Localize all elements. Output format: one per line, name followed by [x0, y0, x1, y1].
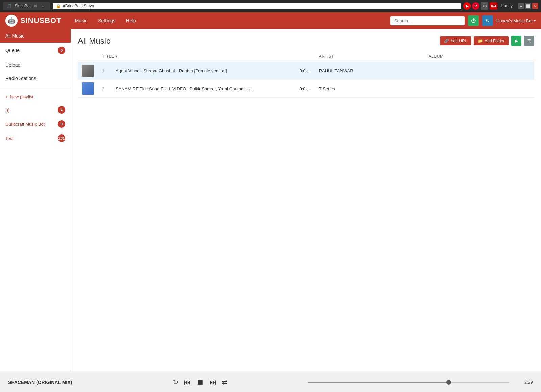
- sidebar-new-playlist[interactable]: + New playlist: [0, 91, 71, 103]
- track-artist-cell: RAHUL TANWAR: [315, 62, 425, 80]
- track-title: SANAM RE Title Song FULL VIDEO | Pulkit …: [116, 86, 254, 91]
- sidebar-item-radio-stations[interactable]: Radio Stations: [0, 72, 71, 85]
- tab-new-button[interactable]: +: [42, 3, 44, 9]
- content-header: All Music 🔗 Add URL 📁 Add Folder ▶ ☰: [78, 36, 534, 46]
- app-navbar: 🤖 SINUSBOT Music Settings Help ⏻ ↻ Honey…: [0, 12, 541, 29]
- track-album-cell: [425, 80, 534, 98]
- music-table: TITLE ▾ ARTIST ALBUM 1 Agent Vinod - Shr…: [78, 51, 534, 98]
- sidebar-upload-label: Upload: [5, 62, 20, 68]
- url-lock-icon: 🔒: [56, 4, 61, 8]
- sidebar-playlist-2[interactable]: Guildcraft Music Bot 0: [0, 117, 71, 131]
- progress-fill: [308, 382, 449, 383]
- add-url-button[interactable]: 🔗 Add URL: [440, 36, 471, 45]
- browser-user-label: Honey: [501, 4, 513, 8]
- col-duration-header: [295, 51, 314, 62]
- sidebar-all-music-label: All Music: [5, 33, 24, 39]
- track-number: 2: [102, 86, 112, 91]
- minimize-button[interactable]: –: [518, 3, 524, 9]
- col-thumb: [78, 51, 98, 62]
- playlist-2-badge: 0: [58, 120, 65, 128]
- player-track-title: SPACEMAN (ORIGINAL MIX): [8, 379, 93, 385]
- next-button[interactable]: ⏭: [209, 378, 217, 387]
- browser-chrome: 🎵 SinusBot ✕ + 🔒 #BringBackSteyn ▶ P TS …: [0, 0, 541, 12]
- sidebar-playlist-1[interactable]: :)) 4: [0, 103, 71, 117]
- shuffle-button[interactable]: ⇄: [222, 378, 227, 386]
- playlist-3-badge: 231: [58, 134, 65, 142]
- maximize-button[interactable]: ⬜: [525, 3, 531, 9]
- window-controls: – ⬜ ✕: [518, 3, 538, 9]
- nav-settings[interactable]: Settings: [93, 12, 121, 29]
- track-number: 1: [102, 68, 112, 73]
- browser-tab-favicon: 🎵: [7, 4, 12, 8]
- playlist-3-label: Test: [5, 136, 14, 141]
- close-button[interactable]: ✕: [532, 3, 538, 9]
- teamspeak-ext-icon[interactable]: TS: [481, 2, 488, 10]
- table-header-row: TITLE ▾ ARTIST ALBUM: [78, 51, 534, 62]
- track-duration-cell: 0:0-...: [295, 80, 314, 98]
- browser-tab-title: SinusBot: [15, 4, 31, 8]
- browser-url-bar[interactable]: 🔒 #BringBackSteyn: [53, 3, 461, 9]
- player-controls: ↻ ⏮ ⏹ ⏭ ⇄: [99, 378, 301, 387]
- progress-bar-wrap: [308, 382, 509, 383]
- folder-icon: 📁: [478, 39, 483, 43]
- track-album-cell: [425, 62, 534, 80]
- track-thumbnail: [82, 82, 94, 95]
- content-area: All Music 🔗 Add URL 📁 Add Folder ▶ ☰: [71, 29, 541, 372]
- time-display: 2:29: [516, 379, 533, 385]
- sidebar-item-all-music[interactable]: All Music: [0, 29, 71, 43]
- youtube-ext-icon[interactable]: ▶: [463, 2, 471, 10]
- sort-arrow-icon: ▾: [115, 54, 118, 59]
- pinterest-ext-icon[interactable]: P: [472, 2, 479, 10]
- add-folder-button[interactable]: 📁 Add Folder: [474, 36, 509, 45]
- browser-tab[interactable]: 🎵 SinusBot ✕ +: [3, 2, 50, 10]
- progress-bar[interactable]: [308, 382, 509, 383]
- sidebar-queue-label: Queue: [5, 48, 20, 53]
- chevron-down-icon: ▾: [534, 19, 536, 23]
- playlist-1-label: :)): [5, 107, 9, 113]
- table-row[interactable]: 1 Agent Vinod - Shreya Ghoshal - Raabta …: [78, 62, 534, 80]
- user-menu-dropdown[interactable]: Honey's Music Bot ▾: [496, 18, 536, 23]
- sidebar-playlist-3[interactable]: Test 231: [0, 131, 71, 145]
- col-album-header: ALBUM: [425, 51, 534, 62]
- track-title: Agent Vinod - Shreya Ghoshal - Raabta [F…: [116, 68, 227, 73]
- list-icon: ☰: [527, 39, 531, 43]
- play-all-button[interactable]: ▶: [511, 36, 521, 46]
- list-view-button[interactable]: ☰: [524, 36, 534, 46]
- user-menu-label: Honey's Music Bot: [496, 18, 533, 23]
- stop-button[interactable]: ⏹: [196, 378, 204, 387]
- title-sort-button[interactable]: TITLE ▾: [102, 54, 118, 59]
- search-input[interactable]: [390, 16, 465, 25]
- sidebar-item-upload[interactable]: Upload: [0, 58, 71, 72]
- tab-close-button[interactable]: ✕: [33, 3, 38, 9]
- power-button[interactable]: ⏻: [468, 15, 479, 26]
- link-icon: 🔗: [444, 39, 449, 43]
- playlist-1-badge: 4: [58, 106, 65, 114]
- player-bar: SPACEMAN (ORIGINAL MIX) ↻ ⏮ ⏹ ⏭ ⇄ 2:29: [0, 372, 541, 392]
- nav-links: Music Settings Help: [70, 12, 141, 29]
- sidebar-divider: [0, 88, 71, 88]
- add-folder-label: Add Folder: [485, 39, 504, 43]
- sidebar: All Music Queue 0 Upload Radio Stations …: [0, 29, 71, 372]
- title-col-label: TITLE: [102, 54, 114, 59]
- add-url-label: Add URL: [451, 39, 467, 43]
- track-thumb-cell: [78, 80, 98, 98]
- track-artist-cell: T-Series: [315, 80, 425, 98]
- table-row[interactable]: 2 SANAM RE Title Song FULL VIDEO | Pulki…: [78, 80, 534, 98]
- track-thumb-cell: [78, 62, 98, 80]
- prev-button[interactable]: ⏮: [184, 378, 191, 387]
- track-title-cell: 2 SANAM RE Title Song FULL VIDEO | Pulki…: [98, 80, 295, 98]
- ext4-icon[interactable]: 824: [490, 2, 497, 10]
- sidebar-item-queue[interactable]: Queue 0: [0, 43, 71, 58]
- url-text: #BringBackSteyn: [63, 4, 94, 8]
- nav-music[interactable]: Music: [70, 12, 93, 29]
- track-title-cell: 1 Agent Vinod - Shreya Ghoshal - Raabta …: [98, 62, 295, 80]
- refresh-button[interactable]: ↻: [482, 15, 493, 26]
- track-thumbnail: [82, 65, 94, 77]
- col-title-header[interactable]: TITLE ▾: [98, 51, 295, 62]
- sidebar-queue-badge: 0: [58, 47, 65, 54]
- nav-help[interactable]: Help: [121, 12, 141, 29]
- page-title: All Music: [78, 36, 110, 46]
- browser-extensions: ▶ P TS 824 Honey: [463, 2, 513, 10]
- repeat-button[interactable]: ↻: [173, 378, 178, 386]
- progress-knob[interactable]: [446, 380, 451, 385]
